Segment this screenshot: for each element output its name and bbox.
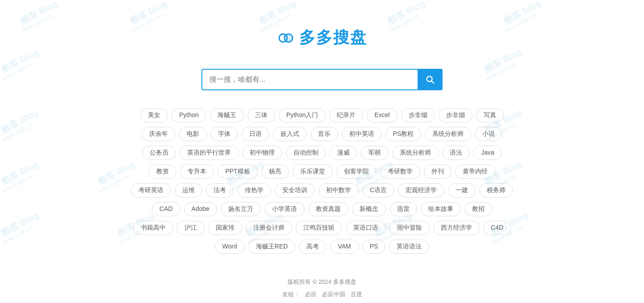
tag-item[interactable]: PS — [362, 240, 386, 254]
search-button[interactable] — [418, 69, 443, 90]
search-input[interactable] — [201, 69, 418, 90]
tag-item[interactable]: 初中英语 — [342, 127, 382, 141]
tag-item[interactable]: 语法 — [442, 146, 470, 160]
tag-item[interactable]: 嵌入式 — [273, 127, 307, 141]
tag-item[interactable]: 系统分析师 — [425, 127, 471, 141]
tag-item[interactable]: 西方经济学 — [433, 221, 480, 235]
tag-item[interactable]: 海贼王RED — [248, 240, 296, 254]
tag-item[interactable]: 传热学 — [237, 183, 271, 198]
tag-item[interactable]: 法考 — [206, 183, 234, 198]
tag-item[interactable]: 新概念 — [352, 202, 386, 216]
tag-item[interactable]: 绘本故事 — [421, 202, 461, 216]
tag-item[interactable]: 一建 — [448, 183, 476, 198]
tag-item[interactable]: 字体 — [210, 127, 238, 141]
tag-item[interactable]: 美女 — [140, 108, 168, 122]
tag-item[interactable]: 杨亮 — [261, 164, 289, 179]
footer-links-label: 友链： — [282, 289, 300, 300]
tag-item[interactable]: 日语 — [242, 127, 269, 141]
tag-item[interactable]: 小说 — [475, 127, 502, 141]
logo-icon — [277, 29, 295, 47]
tag-item[interactable]: Python — [171, 108, 206, 122]
tag-item[interactable]: 纪录片 — [329, 108, 363, 122]
tag-item[interactable]: 教资 — [149, 164, 176, 179]
search-icon — [425, 75, 435, 84]
tag-item[interactable]: 英语语法 — [389, 240, 429, 254]
tag-item[interactable]: 外刊 — [424, 164, 452, 179]
tag-item[interactable]: 沪江 — [177, 221, 205, 235]
tags-container: 美女Python海贼王三体Python入门纪录片Excel步非烟步非烟写真庆余年… — [130, 108, 514, 254]
tag-item[interactable]: 宏观经济学 — [398, 183, 444, 198]
tag-item[interactable]: 电影 — [179, 127, 207, 141]
tag-item[interactable]: 乐乐课堂 — [293, 164, 333, 179]
footer-links: 友链： 必应 必应中国 百度 — [282, 289, 362, 300]
tag-item[interactable]: 迅雷 — [389, 202, 417, 216]
tag-item[interactable]: 考研数学 — [380, 164, 420, 179]
tag-item[interactable]: 英语的平行世界 — [180, 146, 238, 160]
tag-item[interactable]: C4D — [483, 221, 511, 235]
tag-item[interactable]: 国家玮 — [208, 221, 242, 235]
search-section — [201, 69, 443, 90]
tag-item[interactable]: 考研英语 — [131, 183, 171, 198]
tag-item[interactable]: 税务师 — [479, 183, 513, 198]
tag-item[interactable]: 扬名立万 — [221, 202, 261, 216]
tag-item[interactable]: 小学英语 — [264, 202, 305, 216]
tag-item[interactable]: 专升本 — [180, 164, 214, 179]
tag-item[interactable]: 江鸣百技斩 — [296, 221, 342, 235]
tag-item[interactable]: 注册会计师 — [246, 221, 292, 235]
tag-item[interactable]: 海贼王 — [210, 108, 244, 122]
tag-item[interactable]: 教资真题 — [308, 202, 348, 216]
page-container: 多多搜盘 美女Python海贼王三体Python入门纪录片Excel步非烟步非烟… — [0, 0, 644, 303]
logo-section: 多多搜盘 — [277, 27, 367, 49]
tag-item[interactable]: 军棋 — [361, 146, 389, 160]
tag-item[interactable]: PPT模板 — [217, 164, 257, 179]
tag-item[interactable]: 安全培训 — [275, 183, 315, 198]
tag-item[interactable]: 自动控制 — [286, 146, 326, 160]
tag-item[interactable]: PS教程 — [385, 127, 422, 141]
tag-item[interactable]: Java — [473, 146, 502, 160]
tag-item[interactable]: 公务员 — [142, 146, 176, 160]
tag-item[interactable]: 黄帝内经 — [455, 164, 495, 179]
tag-item[interactable]: CAD — [152, 202, 180, 216]
tag-item[interactable]: 雨中冒险 — [389, 221, 430, 235]
tag-item[interactable]: VAM — [330, 240, 358, 254]
tag-item[interactable]: Adobe — [184, 202, 217, 216]
logo-title: 多多搜盘 — [299, 27, 367, 49]
tag-item[interactable]: 步非烟 — [401, 108, 435, 122]
tag-item[interactable]: 高考 — [299, 240, 326, 254]
footer-link-biyng[interactable]: 必应 — [305, 289, 317, 300]
tag-item[interactable]: 写真 — [476, 108, 504, 122]
footer-copyright: 版权所有 © 2024 多多搜盘 — [282, 276, 362, 288]
footer: 版权所有 © 2024 多多搜盘 友链： 必应 必应中国 百度 — [282, 276, 362, 300]
tag-item[interactable]: C语言 — [362, 183, 394, 198]
tag-item[interactable]: 创客学院 — [336, 164, 376, 179]
tag-item[interactable]: 步非烟 — [439, 108, 473, 122]
svg-point-1 — [284, 34, 293, 42]
tag-item[interactable]: 初中数学 — [318, 183, 359, 198]
tag-item[interactable]: 庆余年 — [142, 127, 176, 141]
tag-item[interactable]: 三体 — [247, 108, 275, 122]
tag-item[interactable]: Python入门 — [279, 108, 326, 122]
tag-item[interactable]: 运维 — [175, 183, 202, 198]
tag-item[interactable]: 音乐 — [310, 127, 338, 141]
tag-item[interactable]: 教招 — [464, 202, 492, 216]
tag-item[interactable]: Word — [215, 240, 245, 254]
tag-item[interactable]: 书籍高中 — [133, 221, 173, 235]
footer-link-baidu[interactable]: 百度 — [351, 289, 362, 300]
tag-item[interactable]: 系统分析师 — [392, 146, 439, 160]
tag-item[interactable]: Excel — [367, 108, 397, 122]
tag-item[interactable]: 初中物理 — [242, 146, 282, 160]
svg-line-3 — [431, 81, 434, 83]
tag-item[interactable]: 英语口语 — [346, 221, 386, 235]
tag-item[interactable]: 漫威 — [330, 146, 357, 160]
footer-link-biyng-cn[interactable]: 必应中国 — [322, 289, 345, 300]
